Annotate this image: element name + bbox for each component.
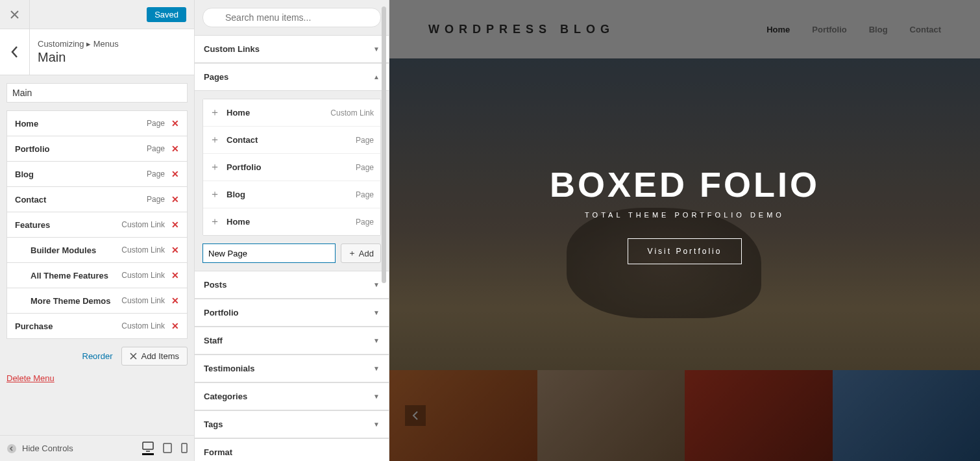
svg-rect-3 (182, 443, 187, 453)
menu-item-label: Blog (15, 169, 34, 179)
preview-header: WORDPRESS BLOG Home Portfolio Blog Conta… (389, 0, 980, 58)
preview-hero: BOXED FOLIO TOTAL THEME PORTFOLIO DEMO V… (389, 58, 980, 370)
plus-icon[interactable]: ＋ (210, 133, 220, 147)
collapse-icon (6, 443, 17, 454)
saved-badge: Saved (147, 7, 186, 22)
add-items-button[interactable]: Add Items (121, 347, 188, 366)
available-page-item[interactable]: ＋Home Custom Link (203, 99, 380, 127)
chevron-down-icon: ▼ (373, 281, 380, 288)
menu-item[interactable]: Home Page✕ (7, 111, 187, 136)
accordion-custom-links[interactable]: Custom Links ▼ (195, 35, 389, 63)
accordion-pages[interactable]: Pages ▲ (195, 63, 389, 91)
accordion-categories[interactable]: Categories▼ (195, 382, 389, 410)
available-page-item[interactable]: ＋Blog Page (203, 181, 380, 208)
chevron-down-icon: ▼ (373, 421, 380, 428)
menu-item[interactable]: Features Custom Link✕ (7, 212, 187, 238)
remove-icon[interactable]: ✕ (171, 169, 179, 179)
tablet-icon[interactable] (163, 443, 172, 455)
accordion-posts[interactable]: Posts▼ (195, 271, 389, 299)
remove-icon[interactable]: ✕ (171, 219, 179, 230)
hero-title: BOXED FOLIO (550, 164, 820, 205)
preview-area: WORDPRESS BLOG Home Portfolio Blog Conta… (389, 0, 980, 461)
panel-title: Main (38, 50, 119, 65)
remove-icon[interactable]: ✕ (171, 194, 179, 205)
accordion-testimonials[interactable]: Testimonials▼ (195, 355, 389, 382)
mobile-icon[interactable] (181, 443, 188, 455)
preview-nav: Home Portfolio Blog Contact (766, 25, 941, 34)
desktop-icon[interactable] (142, 442, 154, 455)
plus-icon[interactable]: ＋ (210, 215, 220, 229)
menu-items-list: Home Page✕ Portfolio Page✕ Blog Page✕ Co… (6, 110, 188, 339)
chevron-up-icon: ▲ (373, 73, 380, 81)
thumbnail[interactable] (833, 370, 981, 461)
thumbnail[interactable] (685, 370, 833, 461)
breadcrumb: Customizing ▸ Menus (38, 39, 119, 49)
plus-icon[interactable]: ＋ (210, 106, 220, 119)
available-items-panel: Custom Links ▼ Pages ▲ ＋Home Custom Link… (195, 0, 389, 461)
accordion-format[interactable]: Format (195, 438, 389, 461)
new-page-input[interactable] (202, 243, 336, 263)
available-page-item[interactable]: ＋Contact Page (203, 127, 380, 154)
scrollbar[interactable] (382, 6, 386, 283)
customizer-panel: Saved Customizing ▸ Menus Main Home (0, 0, 195, 461)
back-button[interactable] (0, 29, 30, 75)
close-icon (10, 10, 19, 19)
remove-icon[interactable]: ✕ (171, 270, 179, 280)
reorder-link[interactable]: Reorder (82, 351, 113, 361)
accordion-pages-body: ＋Home Custom Link ＋Contact Page ＋Portfol… (195, 91, 389, 271)
add-new-page-button[interactable]: ＋ Add (341, 243, 381, 263)
breadcrumb-section: Customizing ▸ Menus Main (0, 29, 194, 75)
svg-rect-1 (143, 442, 153, 449)
delete-menu-link[interactable]: Delete Menu (6, 373, 55, 383)
remove-icon[interactable]: ✕ (171, 295, 179, 306)
menu-item-sub[interactable]: All Theme Features Custom Link✕ (7, 263, 187, 288)
plus-icon[interactable]: ＋ (210, 188, 220, 201)
preview-page: WORDPRESS BLOG Home Portfolio Blog Conta… (389, 0, 980, 461)
nav-item-blog[interactable]: Blog (869, 25, 888, 34)
hero-cta-button[interactable]: Visit Portfolio (628, 238, 742, 264)
svg-point-0 (7, 444, 16, 453)
close-icon (130, 353, 137, 360)
remove-icon[interactable]: ✕ (171, 321, 179, 331)
chevron-left-icon (412, 411, 419, 420)
chevron-down-icon: ▼ (373, 45, 380, 53)
menu-item-label: More Theme Demos (31, 296, 111, 306)
thumbnail[interactable] (537, 370, 685, 461)
menu-item-label: Builder Modules (31, 245, 96, 255)
site-logo: WORDPRESS BLOG (428, 23, 615, 36)
menu-item[interactable]: Portfolio Page✕ (7, 136, 187, 162)
remove-icon[interactable]: ✕ (171, 143, 179, 154)
menu-item[interactable]: Purchase Custom Link✕ (7, 314, 187, 338)
menu-item-label: All Theme Features (31, 271, 108, 280)
svg-rect-2 (164, 443, 171, 453)
panel-footer: Hide Controls (0, 435, 194, 461)
accordion-staff[interactable]: Staff▼ (195, 327, 389, 355)
close-button[interactable] (0, 0, 30, 29)
remove-icon[interactable]: ✕ (171, 245, 179, 255)
accordion-tags[interactable]: Tags▼ (195, 410, 389, 438)
menu-item-label: Purchase (15, 321, 53, 331)
available-page-item[interactable]: ＋Home Page (203, 208, 380, 235)
remove-icon[interactable]: ✕ (171, 118, 179, 129)
carousel-prev-button[interactable] (405, 405, 426, 426)
nav-item-portfolio[interactable]: Portfolio (812, 25, 846, 34)
accordion-portfolio[interactable]: Portfolio▼ (195, 299, 389, 327)
plus-icon[interactable]: ＋ (210, 160, 220, 174)
nav-item-contact[interactable]: Contact (910, 25, 941, 34)
search-input[interactable] (202, 8, 381, 27)
nav-item-home[interactable]: Home (766, 25, 790, 34)
chevron-down-icon: ▼ (373, 309, 380, 316)
menu-item[interactable]: Blog Page✕ (7, 162, 187, 187)
menu-item-label: Contact (15, 195, 46, 205)
chevron-down-icon: ▼ (373, 365, 380, 372)
available-page-item[interactable]: ＋Portfolio Page (203, 154, 380, 181)
menu-item[interactable]: Contact Page✕ (7, 187, 187, 212)
menu-item-label: Features (15, 220, 50, 230)
menu-item-label: Home (15, 119, 38, 129)
menu-name-input[interactable] (6, 83, 188, 103)
hero-subtitle: TOTAL THEME PORTFOLIO DEMO (585, 211, 785, 219)
hide-controls-button[interactable]: Hide Controls (6, 443, 73, 454)
menu-item-label: Portfolio (15, 144, 49, 154)
menu-item-sub[interactable]: More Theme Demos Custom Link✕ (7, 288, 187, 314)
menu-item-sub[interactable]: Builder Modules Custom Link✕ (7, 238, 187, 263)
